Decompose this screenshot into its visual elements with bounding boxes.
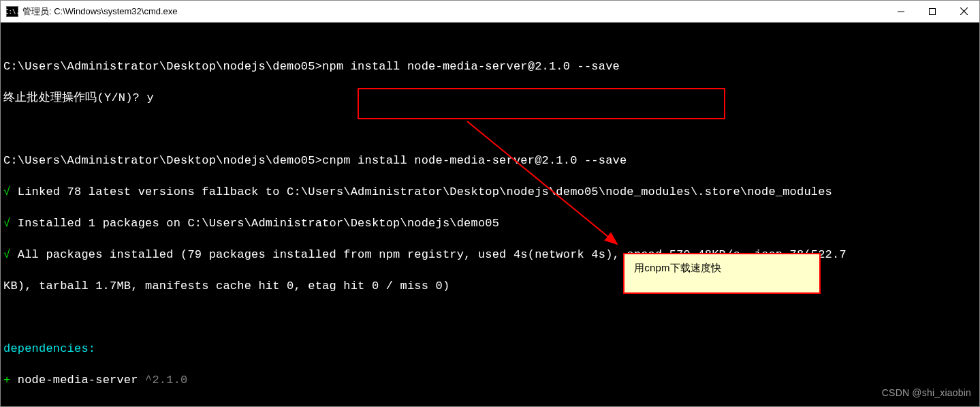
terminal-area[interactable]: C:\Users\Administrator\Desktop\nodejs\de… [1,22,979,406]
prompt-path: C:\Users\Administrator\Desktop\nodejs\de… [3,60,322,73]
command-text: cnpm install node-media-server@2.1.0 --s… [322,154,627,167]
output-line-tarball: KB), tarball 1.7MB, manifests cache hit … [3,278,977,294]
check-icon: √ [3,217,10,230]
output-line-installed: √ Installed 1 packages on C:\Users\Admin… [3,215,977,231]
cmd-window: C:\. 管理员: C:\Windows\system32\cmd.exe C:… [0,0,980,407]
watermark: CSDN @shi_xiaobin [882,385,971,401]
prompt-line-1: C:\Users\Administrator\Desktop\nodejs\de… [3,59,977,74]
blank-line [3,310,977,325]
prompt-line-3: C:\Users\Administrator\Desktop\nodejs\de… [3,153,977,168]
check-icon: √ [3,248,10,261]
cmd-icon: C:\. [6,6,18,17]
output-line-all-packages: √ All packages installed (79 packages in… [3,247,977,262]
dependencies-label: dependencies: [3,341,977,357]
blank-line [3,404,977,406]
close-button[interactable] [948,1,979,22]
minimize-button[interactable] [885,1,917,22]
annotation-text: 用cnpm下载速度快 [634,262,722,273]
svg-rect-1 [930,8,936,14]
output-text: Installed 1 packages on C:\Users\Adminis… [10,217,499,230]
maximize-button[interactable] [917,1,948,22]
window-title: 管理员: C:\Windows\system32\cmd.exe [22,5,885,18]
command-text: npm install node-media-server@2.1.0 --sa… [322,60,620,73]
output-text: Linked 78 latest versions fallback to C:… [10,185,832,198]
package-name: node-media-server [10,374,145,387]
prompt-line-2: 终止批处理操作吗(Y/N)? y [3,90,977,106]
check-icon: √ [3,185,10,198]
package-version: ^2.1.0 [145,374,187,387]
title-bar[interactable]: C:\. 管理员: C:\Windows\system32\cmd.exe [1,1,979,22]
prompt-path: C:\Users\Administrator\Desktop\nodejs\de… [3,154,322,167]
output-line-linked: √ Linked 78 latest versions fallback to … [3,184,977,200]
plus-icon: + [3,374,10,387]
annotation-box: 用cnpm下载速度快 [623,253,821,294]
dependency-entry: + node-media-server ^2.1.0 [3,372,977,388]
window-controls [885,1,979,22]
blank-line [3,121,977,137]
